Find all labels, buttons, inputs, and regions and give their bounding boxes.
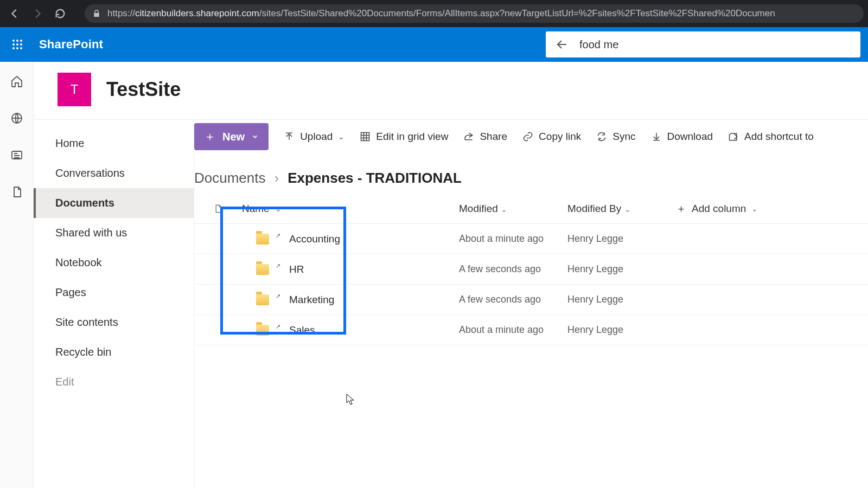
browser-reload-button[interactable] bbox=[50, 3, 71, 24]
site-header: T TestSite bbox=[34, 62, 868, 119]
link-icon bbox=[522, 131, 533, 142]
new-button[interactable]: ＋ New bbox=[194, 123, 269, 150]
url-path: /sites/TestSite/Shared%20Documents/Forms… bbox=[259, 8, 775, 18]
search-back-icon[interactable] bbox=[556, 38, 569, 51]
browser-back-button[interactable] bbox=[4, 3, 25, 24]
row-modified: About a minute ago bbox=[459, 233, 567, 245]
file-icon bbox=[213, 203, 223, 215]
column-name[interactable]: Name ⌄ bbox=[242, 203, 459, 215]
files-icon[interactable] bbox=[9, 184, 24, 200]
sync-label: Sync bbox=[612, 131, 635, 143]
link-overlay-icon: ↗ bbox=[276, 293, 280, 300]
chevron-down-icon: ⌄ bbox=[751, 204, 758, 213]
browser-forward-button[interactable] bbox=[27, 3, 48, 24]
add-column-button[interactable]: ＋ Add column ⌄ bbox=[676, 202, 868, 216]
svg-point-8 bbox=[20, 47, 22, 49]
svg-point-6 bbox=[12, 47, 15, 49]
row-modified-by: Henry Legge bbox=[567, 264, 676, 275]
link-overlay-icon: ↗ bbox=[276, 232, 280, 239]
nav-item-documents[interactable]: Documents bbox=[34, 188, 194, 218]
edit-grid-button[interactable]: Edit in grid view bbox=[360, 131, 448, 143]
nav-item-shared[interactable]: Shared with us bbox=[34, 218, 194, 248]
site-nav: Home Conversations Documents Shared with… bbox=[34, 120, 194, 488]
share-icon bbox=[463, 131, 474, 142]
plus-icon: ＋ bbox=[676, 202, 686, 216]
copy-link-button[interactable]: Copy link bbox=[522, 131, 581, 143]
row-modified: About a minute ago bbox=[459, 324, 567, 336]
news-icon[interactable] bbox=[9, 147, 24, 163]
sync-button[interactable]: Sync bbox=[596, 131, 635, 143]
link-overlay-icon: ↗ bbox=[276, 262, 280, 269]
main-panel: ＋ New Upload ⌄ Edit in grid view bbox=[194, 120, 868, 488]
chevron-down-icon: ⌄ bbox=[338, 132, 344, 141]
svg-point-4 bbox=[16, 43, 18, 46]
svg-point-1 bbox=[16, 40, 18, 42]
column-modified-by[interactable]: Modified By ⌄ bbox=[567, 203, 676, 215]
share-label: Share bbox=[480, 131, 507, 143]
nav-item-site-contents[interactable]: Site contents bbox=[34, 307, 194, 337]
globe-icon[interactable] bbox=[9, 111, 24, 126]
browser-toolbar: https://citizenbuilders.sharepoint.com/s… bbox=[0, 0, 868, 27]
upload-label: Upload bbox=[300, 131, 333, 143]
add-shortcut-button[interactable]: Add shortcut to bbox=[728, 131, 814, 143]
url-prefix: https:// bbox=[107, 8, 135, 18]
plus-icon: ＋ bbox=[204, 129, 216, 145]
sync-icon bbox=[596, 131, 607, 142]
nav-item-conversations[interactable]: Conversations bbox=[34, 158, 194, 188]
row-name: Sales bbox=[289, 324, 315, 336]
home-icon[interactable] bbox=[9, 74, 24, 89]
download-label: Download bbox=[667, 131, 713, 143]
new-button-label: New bbox=[222, 131, 245, 143]
folder-icon bbox=[256, 294, 269, 305]
row-modified: A few seconds ago bbox=[459, 264, 567, 275]
column-file-type[interactable] bbox=[194, 203, 242, 215]
table-row[interactable]: ↗Sales About a minute ago Henry Legge bbox=[194, 315, 868, 345]
folder-icon bbox=[256, 234, 269, 245]
shortcut-icon bbox=[728, 131, 739, 142]
search-input[interactable] bbox=[579, 38, 851, 51]
grid-icon bbox=[360, 131, 371, 142]
chevron-down-icon bbox=[251, 133, 259, 140]
column-modified[interactable]: Modified ⌄ bbox=[459, 203, 567, 215]
url-host: citizenbuilders.sharepoint.com bbox=[135, 8, 259, 18]
lock-icon bbox=[92, 9, 101, 18]
download-icon bbox=[651, 131, 662, 142]
upload-button[interactable]: Upload ⌄ bbox=[284, 131, 344, 143]
list-body: ↗Accounting About a minute ago Henry Leg… bbox=[194, 224, 868, 345]
brand-label[interactable]: SharePoint bbox=[39, 37, 103, 52]
copy-link-label: Copy link bbox=[539, 131, 581, 143]
row-name: Marketing bbox=[289, 294, 334, 306]
table-row[interactable]: ↗Accounting About a minute ago Henry Leg… bbox=[194, 224, 868, 254]
global-nav-rail bbox=[0, 62, 34, 488]
row-name: Accounting bbox=[289, 233, 340, 245]
svg-point-5 bbox=[20, 43, 22, 46]
site-title[interactable]: TestSite bbox=[106, 78, 181, 101]
row-modified: A few seconds ago bbox=[459, 294, 567, 305]
site-logo[interactable]: T bbox=[58, 73, 91, 106]
breadcrumb: Documents › Expenses - TRADITIONAL bbox=[194, 153, 868, 194]
search-box[interactable] bbox=[546, 31, 860, 57]
edit-grid-label: Edit in grid view bbox=[376, 131, 448, 143]
app-launcher-button[interactable] bbox=[8, 35, 27, 54]
row-modified-by: Henry Legge bbox=[567, 324, 676, 336]
row-modified-by: Henry Legge bbox=[567, 233, 676, 245]
column-name-label: Name bbox=[242, 203, 270, 215]
nav-item-home[interactable]: Home bbox=[34, 129, 194, 158]
nav-item-notebook[interactable]: Notebook bbox=[34, 248, 194, 278]
svg-point-2 bbox=[20, 40, 22, 42]
row-name: HR bbox=[289, 264, 304, 275]
svg-rect-11 bbox=[361, 133, 369, 141]
nav-item-pages[interactable]: Pages bbox=[34, 278, 194, 307]
link-overlay-icon: ↗ bbox=[276, 323, 280, 330]
command-bar: ＋ New Upload ⌄ Edit in grid view bbox=[194, 120, 868, 153]
column-modified-label: Modified bbox=[459, 203, 498, 214]
table-row[interactable]: ↗Marketing A few seconds ago Henry Legge bbox=[194, 285, 868, 315]
browser-url-bar[interactable]: https://citizenbuilders.sharepoint.com/s… bbox=[85, 4, 864, 23]
nav-edit-link[interactable]: Edit bbox=[34, 367, 194, 397]
nav-item-recycle-bin[interactable]: Recycle bin bbox=[34, 337, 194, 367]
breadcrumb-root[interactable]: Documents bbox=[194, 170, 266, 187]
svg-point-3 bbox=[12, 43, 15, 46]
download-button[interactable]: Download bbox=[651, 131, 713, 143]
table-row[interactable]: ↗HR A few seconds ago Henry Legge bbox=[194, 254, 868, 285]
share-button[interactable]: Share bbox=[463, 131, 507, 143]
